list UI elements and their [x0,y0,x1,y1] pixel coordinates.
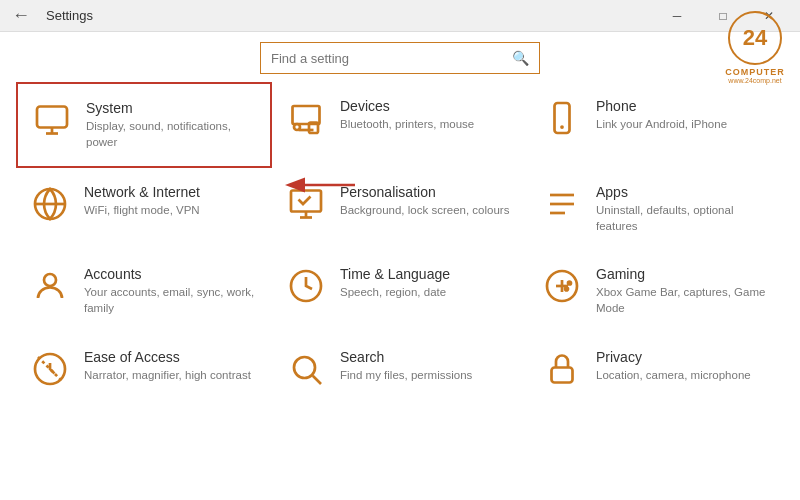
system-name: System [86,100,256,116]
setting-item-ease[interactable]: Ease of Access Narrator, magnifier, high… [16,333,272,405]
time-desc: Speech, region, date [340,284,514,300]
apps-desc: Uninstall, defaults, optional features [596,202,770,234]
apps-icon [542,184,582,224]
search-name: Search [340,349,514,365]
apps-name: Apps [596,184,770,200]
title-bar-left: ← Settings [8,5,93,26]
setting-item-system[interactable]: System Display, sound, notifications, po… [16,82,272,168]
system-desc: Display, sound, notifications, power [86,118,256,150]
system-text: System Display, sound, notifications, po… [86,100,256,150]
time-name: Time & Language [340,266,514,282]
accounts-icon [30,266,70,306]
setting-item-phone[interactable]: Phone Link your Android, iPhone [528,82,784,168]
privacy-text: Privacy Location, camera, microphone [596,349,770,383]
svg-point-21 [568,282,571,285]
search-input[interactable] [271,51,508,66]
gaming-text: Gaming Xbox Game Bar, captures, Game Mod… [596,266,770,316]
search-icon: 🔍 [512,50,529,66]
network-name: Network & Internet [84,184,258,200]
logo-number: 24 [743,27,767,49]
personalisation-text: Personalisation Background, lock screen,… [340,184,514,218]
devices-icon [286,98,326,138]
devices-name: Devices [340,98,514,114]
accounts-text: Accounts Your accounts, email, sync, wor… [84,266,258,316]
setting-item-time[interactable]: Time & Language Speech, region, date [272,250,528,332]
svg-point-16 [44,274,56,286]
phone-desc: Link your Android, iPhone [596,116,770,132]
search-icon [286,349,326,389]
time-text: Time & Language Speech, region, date [340,266,514,300]
devices-text: Devices Bluetooth, printers, mouse [340,98,514,132]
setting-item-privacy[interactable]: Privacy Location, camera, microphone [528,333,784,405]
search-box: 🔍 [260,42,540,74]
setting-item-network[interactable]: Network & Internet WiFi, flight mode, VP… [16,168,272,250]
setting-item-search[interactable]: Search Find my files, permissions [272,333,528,405]
system-icon [32,100,72,140]
personalisation-icon [286,184,326,224]
ease-desc: Narrator, magnifier, high contrast [84,367,258,383]
privacy-icon [542,349,582,389]
search-area: 🔍 [0,32,800,82]
ease-name: Ease of Access [84,349,258,365]
phone-icon [542,98,582,138]
phone-name: Phone [596,98,770,114]
ease-text: Ease of Access Narrator, magnifier, high… [84,349,258,383]
network-text: Network & Internet WiFi, flight mode, VP… [84,184,258,218]
setting-item-personalisation[interactable]: Personalisation Background, lock screen,… [272,168,528,250]
network-icon [30,184,70,224]
svg-line-25 [313,375,321,383]
svg-rect-26 [552,367,573,382]
back-button[interactable]: ← [8,5,34,26]
setting-item-apps[interactable]: Apps Uninstall, defaults, optional featu… [528,168,784,250]
title-bar: ← Settings ─ □ ✕ [0,0,800,32]
accounts-name: Accounts [84,266,258,282]
svg-point-6 [294,124,300,130]
setting-item-accounts[interactable]: Accounts Your accounts, email, sync, wor… [16,250,272,332]
privacy-name: Privacy [596,349,770,365]
logo-area: 24 COMPUTER www.24comp.net [714,2,796,92]
search-desc: Find my files, permissions [340,367,514,383]
personalisation-name: Personalisation [340,184,514,200]
svg-point-22 [565,288,568,291]
privacy-desc: Location, camera, microphone [596,367,770,383]
network-desc: WiFi, flight mode, VPN [84,202,258,218]
setting-item-gaming[interactable]: Gaming Xbox Game Bar, captures, Game Mod… [528,250,784,332]
logo-label: COMPUTER [725,67,785,77]
search-text: Search Find my files, permissions [340,349,514,383]
accounts-desc: Your accounts, email, sync, work, family [84,284,258,316]
personalisation-desc: Background, lock screen, colours [340,202,514,218]
logo-circle: 24 [728,11,782,65]
apps-text: Apps Uninstall, defaults, optional featu… [596,184,770,234]
window-title: Settings [46,8,93,23]
devices-desc: Bluetooth, printers, mouse [340,116,514,132]
gaming-desc: Xbox Game Bar, captures, Game Mode [596,284,770,316]
ease-icon [30,349,70,389]
svg-point-24 [294,357,315,378]
gaming-name: Gaming [596,266,770,282]
time-icon [286,266,326,306]
phone-text: Phone Link your Android, iPhone [596,98,770,132]
setting-item-devices[interactable]: Devices Bluetooth, printers, mouse [272,82,528,168]
settings-grid: System Display, sound, notifications, po… [0,82,800,405]
gaming-icon [542,266,582,306]
minimize-button[interactable]: ─ [654,0,700,32]
svg-rect-2 [37,107,67,128]
